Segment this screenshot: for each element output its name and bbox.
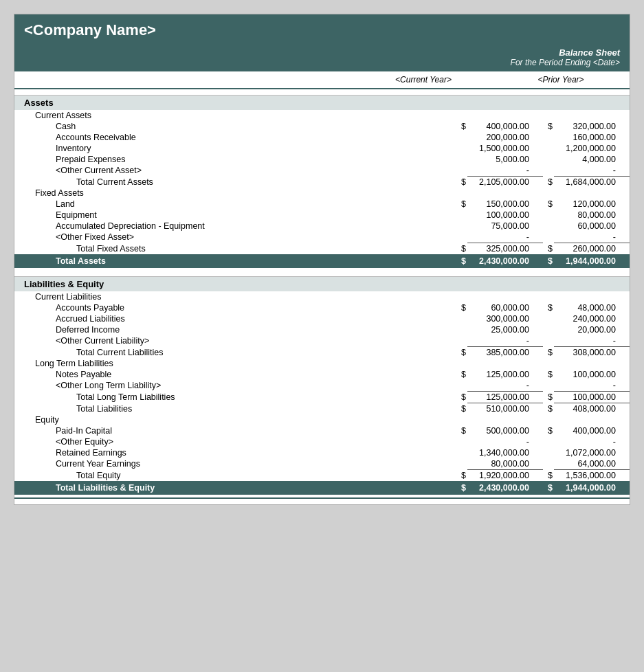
table-row: Paid-In Capital $ 500,000.00 $ 400,000.0… bbox=[14, 425, 630, 436]
dollar-sign: $ bbox=[456, 121, 467, 132]
cy-amount: 60,000.00 bbox=[467, 302, 543, 313]
table-row: <Other Equity> - - bbox=[14, 436, 630, 447]
dollar-sign: $ bbox=[543, 392, 554, 403]
py-dollar: $ bbox=[543, 369, 554, 380]
py-dollar: $ bbox=[543, 199, 554, 210]
total-equity-row: Total Equity $ 1,920,000.00 $ 1,536,000.… bbox=[14, 470, 630, 482]
dollar-sign: $ bbox=[456, 177, 467, 188]
dollar-sign: $ bbox=[456, 403, 467, 415]
item-label: Equipment bbox=[14, 210, 456, 221]
grand-total-cy: 2,430,000.00 bbox=[467, 254, 543, 268]
table-row: Current Year Earnings 80,000.00 64,000.0… bbox=[14, 458, 630, 470]
py-amount: 100,000.00 bbox=[554, 369, 630, 380]
long-term-liabilities-label: Long Term Liabilities bbox=[14, 358, 456, 369]
dollar-sign: $ bbox=[456, 392, 467, 403]
subtotal-cy: 125,000.00 bbox=[467, 392, 543, 403]
cy-amount: 300,000.00 bbox=[467, 313, 543, 324]
assets-section-header: Assets bbox=[14, 95, 630, 110]
cy-amount: - bbox=[467, 335, 543, 347]
py-amount: 4,000.00 bbox=[554, 154, 630, 165]
grand-total-label: Total Assets bbox=[14, 254, 456, 268]
subtotal-label: Total Liabilities bbox=[14, 403, 456, 415]
table-row: <Other Long Term Liability> - - bbox=[14, 380, 630, 392]
total-lt-liabilities-row: Total Long Term Liabilities $ 125,000.00… bbox=[14, 392, 630, 403]
subtotal-cy: 510,000.00 bbox=[467, 403, 543, 415]
table-row: Accounts Payable $ 60,000.00 $ 48,000.00 bbox=[14, 302, 630, 313]
item-label: <Other Fixed Asset> bbox=[14, 232, 456, 243]
table-row: Notes Payable $ 125,000.00 $ 100,000.00 bbox=[14, 369, 630, 380]
cy-amount: 150,000.00 bbox=[467, 199, 543, 210]
subtotal-cy: 325,000.00 bbox=[467, 243, 543, 255]
py-amount: 80,000.00 bbox=[554, 210, 630, 221]
table-row: Inventory 1,500,000.00 1,200,000.00 bbox=[14, 143, 630, 154]
col-header-cy: <Current Year> bbox=[355, 75, 492, 85]
dollar-sign: $ bbox=[456, 470, 467, 482]
cy-amount: 80,000.00 bbox=[467, 458, 543, 470]
subtotal-label: Total Long Term Liabilities bbox=[14, 392, 456, 403]
py-amount: 240,000.00 bbox=[554, 313, 630, 324]
table-row: Accrued Liabilities 300,000.00 240,000.0… bbox=[14, 313, 630, 324]
dollar-sign: $ bbox=[543, 481, 554, 495]
cy-amount: 500,000.00 bbox=[467, 425, 543, 436]
equity-label: Equity bbox=[14, 414, 456, 425]
subtotal-cy: 385,000.00 bbox=[467, 347, 543, 359]
item-label: Accounts Receivable bbox=[14, 132, 456, 143]
table-row: Retained Earnings 1,340,000.00 1,072,000… bbox=[14, 447, 630, 458]
py-amount: 20,000.00 bbox=[554, 324, 630, 335]
dollar-sign: $ bbox=[543, 243, 554, 255]
item-label: Land bbox=[14, 199, 456, 210]
liabilities-equity-section-header: Liabilities & Equity bbox=[14, 276, 630, 291]
total-current-liabilities-row: Total Current Liabilities $ 385,000.00 $… bbox=[14, 347, 630, 359]
item-label: Accounts Payable bbox=[14, 302, 456, 313]
item-label: <Other Long Term Liability> bbox=[14, 380, 456, 392]
item-label: Current Year Earnings bbox=[14, 458, 456, 470]
total-fixed-assets-row: Total Fixed Assets $ 325,000.00 $ 260,00… bbox=[14, 243, 630, 255]
current-assets-label: Current Assets bbox=[14, 110, 456, 121]
dollar-sign: $ bbox=[543, 177, 554, 188]
py-amount: 120,000.00 bbox=[554, 199, 630, 210]
item-label: <Other Equity> bbox=[14, 436, 456, 447]
table-row: <Other Fixed Asset> - - bbox=[14, 232, 630, 243]
table-row: Accumulated Depreciation - Equipment 75,… bbox=[14, 221, 630, 232]
total-current-assets-row: Total Current Assets $ 2,105,000.00 $ 1,… bbox=[14, 177, 630, 188]
cy-amount: 100,000.00 bbox=[467, 210, 543, 221]
subtotal-label: Total Fixed Assets bbox=[14, 243, 456, 255]
cy-amount: 25,000.00 bbox=[467, 324, 543, 335]
subtotal-py: 100,000.00 bbox=[554, 392, 630, 403]
py-amount: - bbox=[554, 335, 630, 347]
item-label: Inventory bbox=[14, 143, 456, 154]
dollar-sign: $ bbox=[456, 254, 467, 268]
py-dollar: $ bbox=[543, 302, 554, 313]
py-amount: 48,000.00 bbox=[554, 302, 630, 313]
py-amount: 400,000.00 bbox=[554, 425, 630, 436]
period-label: For the Period Ending <Date> bbox=[24, 58, 620, 67]
dollar-sign: $ bbox=[543, 347, 554, 359]
item-label: <Other Current Liability> bbox=[14, 335, 456, 347]
item-label: Accrued Liabilities bbox=[14, 313, 456, 324]
grand-total-py: 1,944,000.00 bbox=[554, 254, 630, 268]
liabilities-equity-table: Current Liabilities Accounts Payable $ 6… bbox=[14, 291, 630, 495]
subtotal-py: 260,000.00 bbox=[554, 243, 630, 255]
dollar-sign: $ bbox=[456, 425, 467, 436]
subtotal-py: 1,536,000.00 bbox=[554, 470, 630, 482]
item-label: <Other Current Asset> bbox=[14, 165, 456, 177]
table-row: Land $ 150,000.00 $ 120,000.00 bbox=[14, 199, 630, 210]
current-assets-group-label: Current Assets bbox=[14, 110, 630, 121]
fixed-assets-group-label: Fixed Assets bbox=[14, 188, 630, 199]
item-label: Paid-In Capital bbox=[14, 425, 456, 436]
subtotal-label: Total Current Assets bbox=[14, 177, 456, 188]
dollar-sign: $ bbox=[456, 302, 467, 313]
table-row: Equipment 100,000.00 80,000.00 bbox=[14, 210, 630, 221]
dollar-sign: $ bbox=[456, 481, 467, 495]
cy-amount: 5,000.00 bbox=[467, 154, 543, 165]
item-label: Notes Payable bbox=[14, 369, 456, 380]
py-amount: 160,000.00 bbox=[554, 132, 630, 143]
equity-group-label: Equity bbox=[14, 414, 630, 425]
item-label: Accumulated Depreciation - Equipment bbox=[14, 221, 456, 232]
long-term-liabilities-group-label: Long Term Liabilities bbox=[14, 358, 630, 369]
cy-amount: 1,340,000.00 bbox=[467, 447, 543, 458]
grand-total-py: 1,944,000.00 bbox=[554, 481, 630, 495]
fixed-assets-label: Fixed Assets bbox=[14, 188, 456, 199]
grand-total-label: Total Liabilities & Equity bbox=[14, 481, 456, 495]
dollar-sign: $ bbox=[543, 470, 554, 482]
